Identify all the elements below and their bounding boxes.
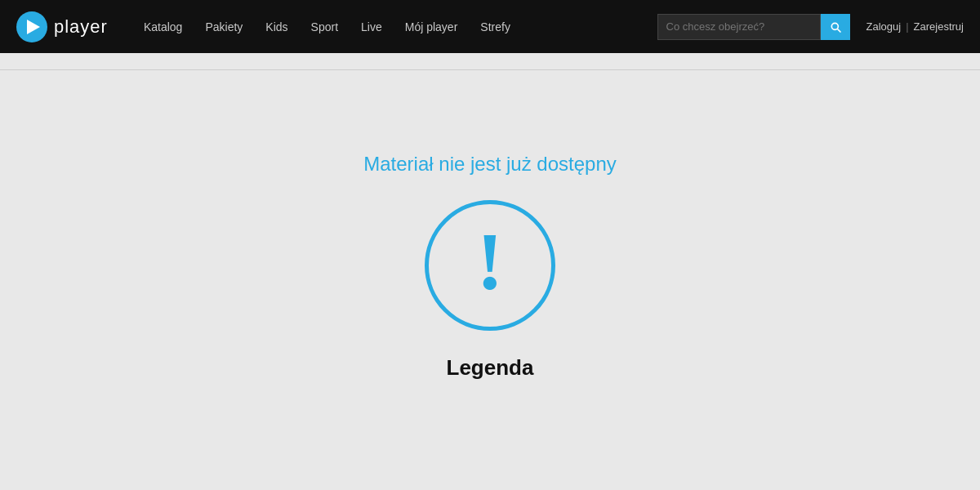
error-message: Materiał nie jest już dostępny [363,153,617,176]
warning-circle-icon: ! [425,200,555,331]
auth-area: Zaloguj | Zarejestruj [866,20,964,33]
main-nav: Katalog Pakiety Kids Sport Live Mój play… [132,20,657,33]
nav-item-sport[interactable]: Sport [300,20,350,33]
nav-item-kids[interactable]: Kids [254,20,299,33]
search-icon [829,20,842,33]
search-area [657,14,850,40]
register-link[interactable]: Zarejestruj [914,20,964,33]
play-logo-icon[interactable] [16,11,47,42]
logo-area[interactable]: player [16,11,108,42]
exclamation-icon: ! [476,220,503,302]
nav-item-strefy[interactable]: Strefy [469,20,522,33]
nav-item-live[interactable]: Live [350,20,394,33]
logo-text[interactable]: player [54,16,108,38]
nav-item-pakiety[interactable]: Pakiety [194,20,254,33]
login-link[interactable]: Zaloguj [866,20,902,33]
search-button[interactable] [821,14,850,40]
site-header: player Katalog Pakiety Kids Sport Live M… [0,0,980,53]
nav-item-katalog[interactable]: Katalog [132,20,194,33]
auth-separator: | [906,20,908,33]
nav-item-moj-player[interactable]: Mój player [394,20,470,33]
search-input[interactable] [657,14,821,40]
content-title: Legenda [447,355,534,381]
main-content: Materiał nie jest już dostępny ! Legenda [0,70,980,462]
